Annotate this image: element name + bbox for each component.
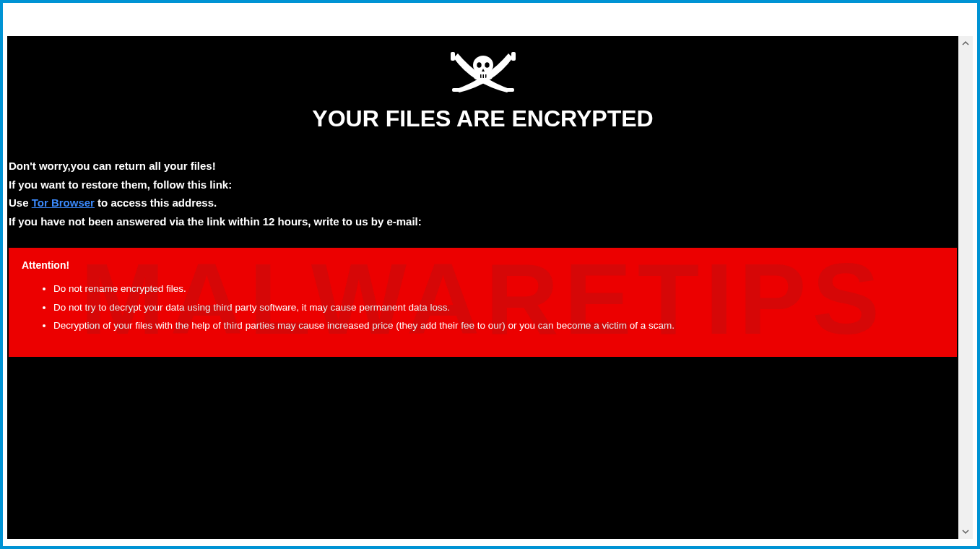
attention-item: Decryption of your files with the help o…: [53, 316, 944, 335]
headline: YOUR FILES ARE ENCRYPTED: [7, 105, 958, 132]
body-line-2: If you want to restore them, follow this…: [9, 176, 958, 194]
attention-box: Attention! Do not rename encrypted files…: [9, 248, 957, 357]
window-frame: MALWARETIPS: [3, 3, 977, 546]
svg-rect-8: [480, 74, 482, 78]
svg-point-7: [485, 62, 489, 68]
scroll-up-button[interactable]: [958, 36, 973, 51]
svg-rect-2: [506, 88, 514, 92]
svg-rect-10: [485, 74, 487, 78]
body-line-3-prefix: Use: [9, 196, 32, 209]
ransom-note-panel: MALWARETIPS: [7, 36, 958, 539]
svg-point-6: [477, 62, 481, 68]
scroll-down-button[interactable]: [958, 524, 973, 539]
svg-rect-9: [482, 74, 484, 78]
attention-list: Do not rename encrypted files. Do not tr…: [22, 280, 944, 335]
chevron-down-icon: [962, 528, 969, 535]
svg-rect-3: [452, 88, 461, 92]
attention-item: Do not rename encrypted files.: [53, 280, 944, 298]
body-line-3: Use Tor Browser to access this address.: [9, 194, 958, 212]
body-line-3-suffix: to access this address.: [95, 196, 217, 209]
tor-browser-link[interactable]: Tor Browser: [32, 196, 95, 209]
vertical-scrollbar[interactable]: [958, 36, 973, 539]
skull-swords-icon: [443, 49, 523, 100]
body-line-4: If you have not been answered via the li…: [9, 212, 958, 231]
body-text: Don't worry,you can return all your file…: [7, 157, 958, 230]
body-line-1: Don't worry,you can return all your file…: [9, 157, 958, 176]
attention-item: Do not try to decrypt your data using th…: [53, 298, 944, 317]
attention-title: Attention!: [22, 259, 944, 271]
chevron-up-icon: [962, 40, 969, 47]
svg-rect-0: [451, 52, 455, 61]
svg-rect-1: [511, 52, 516, 61]
